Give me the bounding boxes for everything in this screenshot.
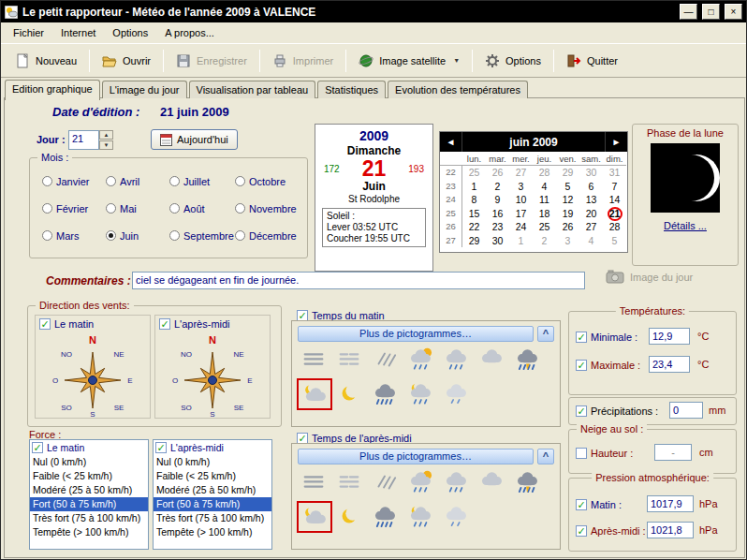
radio-octobre[interactable]: Octobre	[235, 175, 286, 187]
radio-fevrier[interactable]: Février	[42, 202, 88, 214]
calendar-day[interactable]: 11	[533, 193, 556, 207]
menu-options[interactable]: Options	[104, 24, 156, 41]
precipitations-field[interactable]: 0	[669, 402, 703, 419]
calendar-day[interactable]: 18	[533, 207, 556, 221]
calendar-next-icon[interactable]: ►	[605, 132, 627, 152]
open-button[interactable]: Ouvrir	[94, 48, 159, 74]
moon-icon[interactable]	[335, 504, 363, 528]
collapse-icon[interactable]: ^	[537, 449, 554, 464]
minimale-checkbox[interactable]: ✓Minimale :	[576, 331, 637, 344]
quit-button[interactable]: Quitter	[558, 48, 626, 74]
calendar-day[interactable]: 26	[486, 166, 509, 180]
force-option[interactable]: Nul (0 km/h)	[154, 455, 271, 469]
force-option[interactable]: Modéré (25 à 50 km/h)	[154, 483, 271, 497]
menu-fichier[interactable]: Fichier	[5, 24, 52, 41]
force-option[interactable]: Faible (< 25 km/h)	[30, 469, 148, 483]
calendar-day[interactable]: 13	[579, 193, 603, 207]
maximize-icon[interactable]: □	[702, 4, 720, 20]
tab-edition-graphique[interactable]: Edition graphique	[5, 80, 100, 100]
calendar-day[interactable]: 20	[579, 207, 603, 221]
calendar-day[interactable]: 1	[509, 234, 533, 248]
radio-mai[interactable]: Mai	[106, 202, 137, 214]
calendar-day[interactable]: 16	[486, 207, 509, 221]
calendar-day[interactable]: 3	[556, 234, 579, 248]
fog-icon[interactable]	[300, 346, 328, 371]
vents-apresmidi-checkbox[interactable]: ✓L'après-midi	[159, 317, 230, 331]
calendar-day[interactable]: 24	[509, 220, 533, 234]
radio-juin[interactable]: Juin	[106, 229, 139, 242]
force-option[interactable]: Tempête (> 100 km/h)	[154, 525, 271, 539]
moon-icon[interactable]	[335, 381, 363, 405]
calendar-prev-icon[interactable]: ◄	[440, 132, 462, 152]
calendar-day[interactable]: 2	[533, 234, 556, 248]
cloud-icon[interactable]	[477, 346, 505, 371]
calendar-day[interactable]: 5	[603, 234, 626, 248]
heavy-rain-icon[interactable]	[371, 504, 399, 528]
force-option[interactable]: Nul (0 km/h)	[30, 455, 148, 469]
calendar-day[interactable]: 3	[509, 180, 533, 194]
maximale-checkbox[interactable]: ✓Maximale :	[576, 359, 640, 372]
radio-decembre[interactable]: Décembre	[235, 229, 297, 242]
collapse-icon[interactable]: ^	[537, 326, 554, 342]
tab-evolution-temperatures[interactable]: Evolution des températures	[388, 81, 528, 98]
radio-septembre[interactable]: Septembre	[169, 229, 234, 242]
calendar-day[interactable]: 7	[603, 180, 626, 194]
calendar-day[interactable]: 30	[486, 234, 509, 248]
storm-icon[interactable]	[513, 346, 541, 371]
radio-avril[interactable]: Avril	[106, 175, 139, 187]
radio-juillet[interactable]: Juillet	[169, 175, 210, 187]
calendar-day[interactable]: 4	[533, 180, 556, 194]
more-pictograms-button[interactable]: Plus de pictogrammes…	[298, 449, 534, 464]
storm-icon[interactable]	[513, 469, 541, 494]
calendar-day[interactable]: 19	[556, 207, 579, 221]
calendar-day[interactable]: 27	[509, 166, 533, 180]
radio-janvier[interactable]: Janvier	[42, 175, 89, 187]
sun-rain-icon[interactable]	[406, 346, 434, 371]
fog-icon[interactable]	[300, 469, 328, 494]
minimize-icon[interactable]: —	[680, 4, 697, 20]
calendar-day[interactable]: 17	[509, 207, 533, 221]
calendar-day[interactable]: 26	[556, 220, 579, 234]
maximale-field[interactable]: 23,4	[649, 356, 690, 373]
satellite-image-button[interactable]: Image satellite ▼	[350, 48, 468, 74]
force-option[interactable]: Tempête (> 100 km/h)	[30, 525, 148, 539]
moon-details-link[interactable]: Détails ...	[664, 220, 707, 231]
new-button[interactable]: Nouveau	[7, 48, 85, 74]
more-pictograms-button[interactable]: Plus de pictogrammes…	[298, 326, 534, 342]
force-option[interactable]: Modéré (25 à 50 km/h)	[30, 483, 148, 497]
force-option[interactable]: Très fort (75 à 100 km/h)	[30, 511, 148, 525]
today-button[interactable]: Aujourd'hui	[151, 129, 238, 150]
pression-apresmidi-field[interactable]: 1021,8	[647, 522, 694, 538]
commentaires-input[interactable]: ciel se dégageant en fin de journée.	[132, 272, 585, 289]
calendar-day[interactable]: 25	[462, 166, 486, 180]
drizzle-icon[interactable]	[442, 504, 470, 528]
calendar-day[interactable]: 8	[462, 193, 486, 207]
calendar-day[interactable]: 15	[462, 207, 486, 221]
moon-cloud-icon-selected[interactable]	[297, 501, 332, 533]
calendar-day[interactable]: 23	[486, 220, 509, 234]
wind-icon[interactable]	[371, 469, 399, 494]
calendar-day[interactable]: 5	[556, 180, 579, 194]
wind-icon[interactable]	[371, 346, 399, 371]
rain-icon[interactable]	[442, 469, 470, 494]
moon-rain-icon[interactable]	[406, 381, 434, 405]
hauteur-checkbox[interactable]: Hauteur :	[576, 447, 633, 460]
calendar-day[interactable]: 29	[462, 234, 486, 248]
tab-statistiques[interactable]: Statistiques	[317, 81, 386, 98]
force-option-selected[interactable]: Fort (50 à 75 km/h)	[154, 497, 271, 511]
calendar-day[interactable]: 31	[603, 166, 626, 180]
calendar-day[interactable]: 10	[509, 193, 533, 207]
calendar-day[interactable]: 2	[486, 180, 509, 194]
force-option-selected[interactable]: Fort (50 à 75 km/h)	[30, 497, 148, 511]
calendar-day[interactable]: 1	[462, 180, 486, 194]
menu-internet[interactable]: Internet	[52, 24, 104, 41]
force-matin-checkbox[interactable]: ✓Le matin	[30, 440, 148, 455]
calendar-day[interactable]: 28	[603, 220, 626, 234]
tab-image-du-jour[interactable]: L'image du jour	[102, 81, 187, 98]
calendar-day[interactable]: 4	[579, 234, 603, 248]
force-apresmidi-checkbox[interactable]: ✓L'après-midi	[154, 440, 271, 455]
heavy-rain-icon[interactable]	[371, 381, 399, 405]
calendar-day[interactable]: 25	[533, 220, 556, 234]
calendar-day[interactable]: 12	[556, 193, 579, 207]
vents-matin-checkbox[interactable]: ✓Le matin	[39, 317, 94, 331]
